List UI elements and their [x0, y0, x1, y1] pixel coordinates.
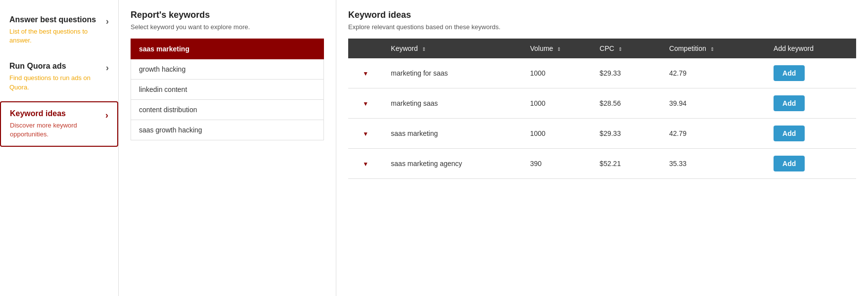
table-cell-trend: ▼ [348, 58, 383, 88]
column-header-competition[interactable]: Competition ⇕ [661, 39, 766, 58]
sidebar-item-run-quora-ads-text: Run Quora ads Find questions to run ads … [9, 62, 102, 91]
sidebar-item-answer-questions-desc: List of the best questions to answer. [9, 27, 102, 45]
sidebar-item-answer-questions-title: Answer best questions [9, 15, 102, 24]
table-cell-add: Add [766, 58, 856, 88]
add-keyword-button[interactable]: Add [774, 65, 805, 81]
table-row: ▼ saas marketing 1000 $29.33 42.79 Add [348, 119, 856, 149]
sidebar-item-keyword-ideas-text: Keyword ideas Discover more keyword oppo… [10, 109, 101, 139]
table-cell-trend: ▼ [348, 149, 383, 179]
ideas-section: Keyword ideas Explore relevant questions… [336, 0, 868, 296]
keyword-list-item[interactable]: saas growth hacking [131, 120, 324, 140]
table-cell-volume: 390 [522, 149, 592, 179]
table-cell-cpc: $52.21 [592, 149, 661, 179]
trend-down-icon: ▼ [363, 70, 368, 77]
table-cell-cpc: $29.33 [592, 119, 661, 149]
keyword-ideas-table: Keyword ⇕ Volume ⇕ CPC ⇕ Competition ⇕ A… [348, 39, 856, 179]
sidebar: Answer best questions List of the best q… [0, 0, 119, 296]
main-container: Answer best questions List of the best q… [0, 0, 868, 296]
sidebar-item-run-quora-ads-title: Run Quora ads [9, 62, 102, 71]
add-keyword-button[interactable]: Add [774, 126, 805, 141]
keyword-list-item[interactable]: growth hacking [131, 59, 324, 80]
table-cell-keyword: marketing for saas [383, 58, 522, 88]
table-cell-competition: 35.33 [661, 149, 766, 179]
keywords-section-title: Report's keywords [131, 10, 324, 20]
add-keyword-button[interactable]: Add [774, 95, 805, 111]
table-cell-cpc: $29.33 [592, 58, 661, 88]
ideas-section-subtitle: Explore relevant questions based on thes… [348, 23, 856, 31]
column-header-empty [348, 39, 383, 58]
chevron-right-icon: › [106, 16, 109, 27]
table-cell-volume: 1000 [522, 88, 592, 119]
trend-down-icon: ▼ [363, 130, 368, 137]
trend-down-icon: ▼ [363, 161, 368, 168]
table-cell-keyword: saas marketing agency [383, 149, 522, 179]
table-row: ▼ marketing saas 1000 $28.56 39.94 Add [348, 88, 856, 119]
column-header-keyword[interactable]: Keyword ⇕ [383, 39, 522, 58]
table-header-row: Keyword ⇕ Volume ⇕ CPC ⇕ Competition ⇕ A… [348, 39, 856, 58]
table-cell-add: Add [766, 149, 856, 179]
ideas-section-title: Keyword ideas [348, 10, 856, 20]
column-header-volume[interactable]: Volume ⇕ [522, 39, 592, 58]
table-row: ▼ marketing for saas 1000 $29.33 42.79 A… [348, 58, 856, 88]
sidebar-item-keyword-ideas[interactable]: Keyword ideas Discover more keyword oppo… [0, 101, 118, 147]
sidebar-item-answer-questions[interactable]: Answer best questions List of the best q… [0, 8, 118, 52]
sidebar-item-keyword-ideas-desc: Discover more keyword opportunities. [10, 121, 101, 139]
table-cell-keyword: marketing saas [383, 88, 522, 119]
sort-icon: ⇕ [557, 46, 561, 52]
sidebar-item-run-quora-ads-desc: Find questions to run ads on Quora. [9, 74, 102, 91]
table-cell-volume: 1000 [522, 58, 592, 88]
table-cell-cpc: $28.56 [592, 88, 661, 119]
table-cell-add: Add [766, 119, 856, 149]
sort-icon: ⇕ [710, 46, 714, 52]
keyword-list-item[interactable]: content distribution [131, 100, 324, 120]
keywords-section: Report's keywords Select keyword you wan… [119, 0, 336, 296]
keyword-list-item[interactable]: saas marketing [131, 39, 324, 59]
sidebar-item-run-quora-ads[interactable]: Run Quora ads Find questions to run ads … [0, 54, 118, 99]
sort-icon: ⇕ [618, 46, 622, 52]
table-cell-trend: ▼ [348, 88, 383, 119]
trend-down-icon: ▼ [363, 100, 368, 107]
table-cell-competition: 42.79 [661, 119, 766, 149]
table-cell-competition: 39.94 [661, 88, 766, 119]
chevron-right-icon: › [105, 110, 108, 121]
table-cell-trend: ▼ [348, 119, 383, 149]
table-cell-add: Add [766, 88, 856, 119]
add-keyword-button[interactable]: Add [774, 156, 805, 171]
keyword-list-item[interactable]: linkedin content [131, 80, 324, 100]
sidebar-item-keyword-ideas-title: Keyword ideas [10, 109, 101, 118]
table-cell-volume: 1000 [522, 119, 592, 149]
sort-icon: ⇕ [422, 46, 426, 52]
chevron-right-icon: › [106, 63, 109, 73]
sidebar-item-answer-questions-text: Answer best questions List of the best q… [9, 15, 102, 45]
table-cell-competition: 42.79 [661, 58, 766, 88]
table-row: ▼ saas marketing agency 390 $52.21 35.33… [348, 149, 856, 179]
column-header-cpc[interactable]: CPC ⇕ [592, 39, 661, 58]
keywords-section-subtitle: Select keyword you want to explore more. [131, 23, 324, 31]
keyword-list: saas marketing growth hacking linkedin c… [131, 39, 324, 140]
column-header-add-keyword: Add keyword [766, 39, 856, 58]
table-cell-keyword: saas marketing [383, 119, 522, 149]
